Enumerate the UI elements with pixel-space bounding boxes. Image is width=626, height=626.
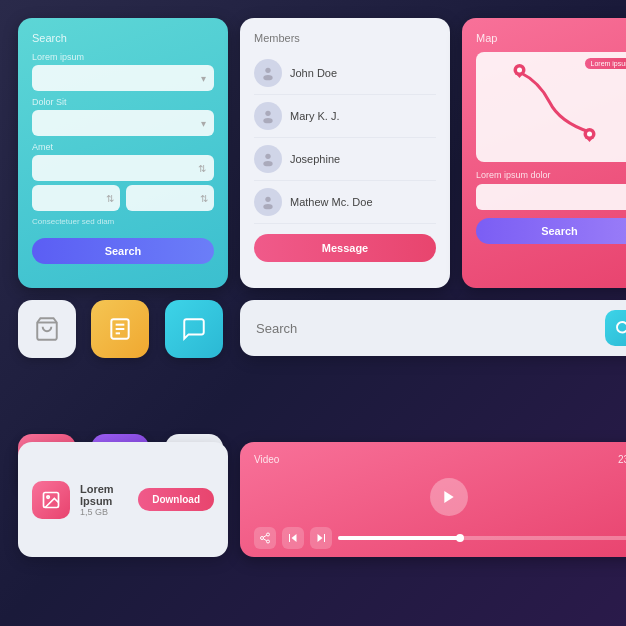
- next-button[interactable]: [310, 527, 332, 549]
- svg-point-9: [517, 68, 522, 73]
- avatar-2: [254, 102, 282, 130]
- message-button[interactable]: Message: [254, 234, 436, 262]
- search-card-title: Search: [32, 32, 214, 44]
- chat-button[interactable]: [165, 300, 223, 358]
- member-name-2: Mary K. J.: [290, 110, 340, 122]
- svg-point-11: [587, 132, 592, 137]
- svg-marker-33: [292, 534, 297, 542]
- video-card: Video 23:46: [240, 442, 626, 557]
- svg-point-3: [263, 118, 272, 123]
- svg-point-23: [617, 322, 626, 333]
- prev-button[interactable]: [282, 527, 304, 549]
- note-button[interactable]: [91, 300, 149, 358]
- download-card: Lorem Ipsum 1,5 GB Download: [18, 442, 228, 557]
- svg-point-7: [263, 204, 272, 209]
- svg-point-2: [265, 111, 270, 116]
- search-bar-input[interactable]: [256, 321, 595, 336]
- map-area: Lorem ipsum: [476, 52, 626, 162]
- progress-bar[interactable]: [338, 536, 626, 540]
- svg-point-0: [265, 68, 270, 73]
- members-title: Members: [254, 32, 436, 44]
- video-time: 23:46: [618, 454, 626, 465]
- member-row-1[interactable]: John Doe: [254, 52, 436, 95]
- video-header: Video 23:46: [254, 454, 626, 465]
- svg-point-1: [263, 75, 272, 80]
- download-title: Lorem Ipsum: [80, 483, 128, 507]
- search-field-5[interactable]: ⇅: [126, 185, 214, 211]
- avatar-1: [254, 59, 282, 87]
- search-field-2[interactable]: ▾: [32, 110, 214, 136]
- member-row-3[interactable]: Josephine: [254, 138, 436, 181]
- download-button[interactable]: Download: [138, 488, 214, 511]
- svg-point-26: [47, 495, 50, 498]
- svg-marker-35: [318, 534, 323, 542]
- chevron-down-icon: ▾: [201, 73, 206, 84]
- search-bar-button[interactable]: [605, 310, 626, 346]
- share-icon: [259, 532, 271, 544]
- svg-point-28: [267, 533, 270, 536]
- member-name-1: John Doe: [290, 67, 337, 79]
- svg-marker-27: [444, 491, 453, 503]
- search-card: Search Lorem ipsum ▾ Dolor Sit ▾ Amet ⇅ …: [18, 18, 228, 288]
- download-icon-box: [32, 481, 70, 519]
- video-title: Video: [254, 454, 279, 465]
- chevron-icon-sm: ⇅: [106, 193, 114, 204]
- image-icon: [41, 490, 61, 510]
- cart-button[interactable]: [18, 300, 76, 358]
- video-controls: [254, 527, 626, 549]
- svg-line-32: [263, 535, 266, 537]
- share-button[interactable]: [254, 527, 276, 549]
- field1-label: Dolor Sit: [32, 97, 214, 107]
- member-name-3: Josephine: [290, 153, 340, 165]
- search-field-4[interactable]: ⇅: [32, 185, 120, 211]
- download-size: 1,5 GB: [80, 507, 128, 517]
- chevron-icon-sm2: ⇅: [200, 193, 208, 204]
- search-bar-card: [240, 300, 626, 356]
- map-search-button[interactable]: Search: [476, 218, 626, 244]
- prev-icon: [287, 532, 299, 544]
- field2-label: Amet: [32, 142, 214, 152]
- member-row-2[interactable]: Mary K. J.: [254, 95, 436, 138]
- map-card: Map Lorem ipsum Lorem ipsum dolor ▾ Sear…: [462, 18, 626, 288]
- members-card: Members John Doe Mary K. J. Josephine Ma…: [240, 18, 450, 288]
- search-placeholder-label: Lorem ipsum: [32, 52, 214, 62]
- progress-fill: [338, 536, 460, 540]
- chevron-updown-icon: ⇅: [198, 163, 206, 174]
- download-info: Lorem Ipsum 1,5 GB: [80, 483, 128, 517]
- map-badge: Lorem ipsum: [585, 58, 626, 69]
- search-field-3[interactable]: ⇅: [32, 155, 214, 181]
- progress-dot: [456, 534, 464, 542]
- play-icon: [441, 489, 457, 505]
- member-name-4: Mathew Mc. Doe: [290, 196, 373, 208]
- map-field-label: Lorem ipsum dolor: [476, 170, 626, 180]
- search-icon: [614, 319, 626, 337]
- next-icon: [315, 532, 327, 544]
- avatar-4: [254, 188, 282, 216]
- svg-point-30: [267, 540, 270, 543]
- map-dropdown[interactable]: ▾: [476, 184, 626, 210]
- svg-point-5: [263, 161, 272, 166]
- svg-point-4: [265, 154, 270, 159]
- svg-line-31: [263, 539, 266, 541]
- svg-point-29: [261, 537, 264, 540]
- search-field-1[interactable]: ▾: [32, 65, 214, 91]
- chevron-down-icon-2: ▾: [201, 118, 206, 129]
- avatar-3: [254, 145, 282, 173]
- video-player-area: [254, 473, 626, 521]
- play-button[interactable]: [430, 478, 468, 516]
- search-submit-button[interactable]: Search: [32, 238, 214, 264]
- map-title: Map: [476, 32, 626, 44]
- svg-point-6: [265, 197, 270, 202]
- search-footer-text: Consectetuer sed diam: [32, 217, 214, 226]
- member-row-4[interactable]: Mathew Mc. Doe: [254, 181, 436, 224]
